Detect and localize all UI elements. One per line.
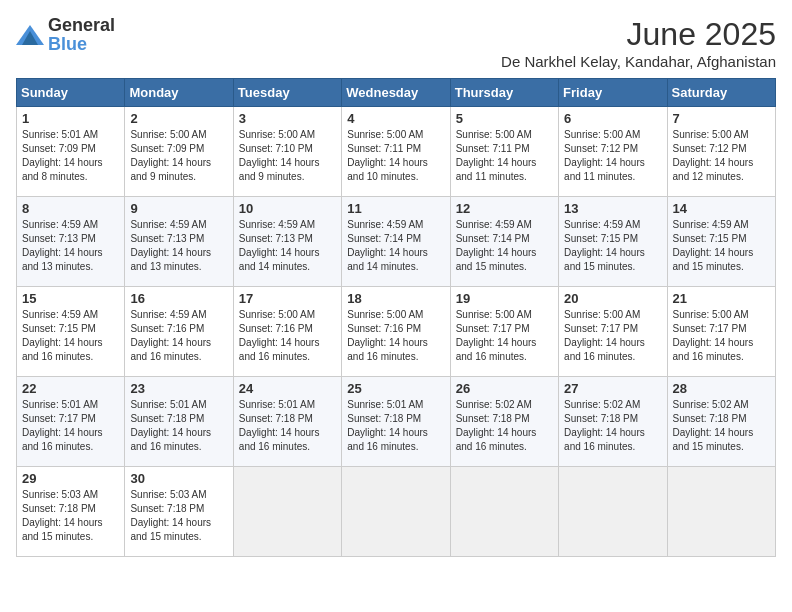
- calendar-cell: 6 Sunrise: 5:00 AMSunset: 7:12 PMDayligh…: [559, 107, 667, 197]
- day-detail: Sunrise: 4:59 AMSunset: 7:15 PMDaylight:…: [673, 219, 754, 272]
- calendar-cell: 12 Sunrise: 4:59 AMSunset: 7:14 PMDaylig…: [450, 197, 558, 287]
- day-number: 19: [456, 291, 553, 306]
- day-detail: Sunrise: 5:01 AMSunset: 7:18 PMDaylight:…: [130, 399, 211, 452]
- header-day-friday: Friday: [559, 79, 667, 107]
- day-number: 22: [22, 381, 119, 396]
- calendar-cell: 24 Sunrise: 5:01 AMSunset: 7:18 PMDaylig…: [233, 377, 341, 467]
- day-detail: Sunrise: 5:00 AMSunset: 7:17 PMDaylight:…: [673, 309, 754, 362]
- day-number: 24: [239, 381, 336, 396]
- day-number: 30: [130, 471, 227, 486]
- calendar-cell: 30 Sunrise: 5:03 AMSunset: 7:18 PMDaylig…: [125, 467, 233, 557]
- calendar-cell: 11 Sunrise: 4:59 AMSunset: 7:14 PMDaylig…: [342, 197, 450, 287]
- day-number: 29: [22, 471, 119, 486]
- day-number: 12: [456, 201, 553, 216]
- header-day-saturday: Saturday: [667, 79, 775, 107]
- calendar-cell: 19 Sunrise: 5:00 AMSunset: 7:17 PMDaylig…: [450, 287, 558, 377]
- day-number: 6: [564, 111, 661, 126]
- day-detail: Sunrise: 5:03 AMSunset: 7:18 PMDaylight:…: [22, 489, 103, 542]
- calendar-cell: 28 Sunrise: 5:02 AMSunset: 7:18 PMDaylig…: [667, 377, 775, 467]
- day-detail: Sunrise: 5:01 AMSunset: 7:18 PMDaylight:…: [347, 399, 428, 452]
- day-number: 10: [239, 201, 336, 216]
- calendar-cell: [233, 467, 341, 557]
- day-detail: Sunrise: 4:59 AMSunset: 7:13 PMDaylight:…: [22, 219, 103, 272]
- header-day-wednesday: Wednesday: [342, 79, 450, 107]
- day-detail: Sunrise: 4:59 AMSunset: 7:13 PMDaylight:…: [239, 219, 320, 272]
- day-detail: Sunrise: 5:01 AMSunset: 7:17 PMDaylight:…: [22, 399, 103, 452]
- calendar-cell: 25 Sunrise: 5:01 AMSunset: 7:18 PMDaylig…: [342, 377, 450, 467]
- logo-blue: Blue: [48, 34, 87, 54]
- logo: General Blue: [16, 16, 115, 54]
- day-number: 23: [130, 381, 227, 396]
- header-day-monday: Monday: [125, 79, 233, 107]
- day-number: 3: [239, 111, 336, 126]
- day-detail: Sunrise: 4:59 AMSunset: 7:13 PMDaylight:…: [130, 219, 211, 272]
- calendar-cell: 27 Sunrise: 5:02 AMSunset: 7:18 PMDaylig…: [559, 377, 667, 467]
- location-title: De Narkhel Kelay, Kandahar, Afghanistan: [501, 53, 776, 70]
- day-detail: Sunrise: 5:00 AMSunset: 7:12 PMDaylight:…: [564, 129, 645, 182]
- calendar-cell: 8 Sunrise: 4:59 AMSunset: 7:13 PMDayligh…: [17, 197, 125, 287]
- calendar-week-row: 22 Sunrise: 5:01 AMSunset: 7:17 PMDaylig…: [17, 377, 776, 467]
- calendar-table: SundayMondayTuesdayWednesdayThursdayFrid…: [16, 78, 776, 557]
- calendar-cell: 29 Sunrise: 5:03 AMSunset: 7:18 PMDaylig…: [17, 467, 125, 557]
- header: General Blue June 2025 De Narkhel Kelay,…: [16, 16, 776, 70]
- day-number: 14: [673, 201, 770, 216]
- day-detail: Sunrise: 5:00 AMSunset: 7:09 PMDaylight:…: [130, 129, 211, 182]
- day-number: 5: [456, 111, 553, 126]
- month-title: June 2025: [501, 16, 776, 53]
- calendar-cell: 13 Sunrise: 4:59 AMSunset: 7:15 PMDaylig…: [559, 197, 667, 287]
- header-day-thursday: Thursday: [450, 79, 558, 107]
- day-detail: Sunrise: 5:00 AMSunset: 7:16 PMDaylight:…: [239, 309, 320, 362]
- day-detail: Sunrise: 4:59 AMSunset: 7:16 PMDaylight:…: [130, 309, 211, 362]
- calendar-cell: 15 Sunrise: 4:59 AMSunset: 7:15 PMDaylig…: [17, 287, 125, 377]
- calendar-cell: [342, 467, 450, 557]
- day-detail: Sunrise: 5:02 AMSunset: 7:18 PMDaylight:…: [456, 399, 537, 452]
- calendar-cell: [559, 467, 667, 557]
- calendar-cell: 9 Sunrise: 4:59 AMSunset: 7:13 PMDayligh…: [125, 197, 233, 287]
- calendar-cell: [450, 467, 558, 557]
- calendar-cell: 5 Sunrise: 5:00 AMSunset: 7:11 PMDayligh…: [450, 107, 558, 197]
- day-number: 9: [130, 201, 227, 216]
- day-number: 1: [22, 111, 119, 126]
- calendar-cell: [667, 467, 775, 557]
- day-detail: Sunrise: 4:59 AMSunset: 7:15 PMDaylight:…: [22, 309, 103, 362]
- day-detail: Sunrise: 5:00 AMSunset: 7:17 PMDaylight:…: [456, 309, 537, 362]
- day-detail: Sunrise: 5:00 AMSunset: 7:12 PMDaylight:…: [673, 129, 754, 182]
- day-number: 26: [456, 381, 553, 396]
- day-detail: Sunrise: 5:03 AMSunset: 7:18 PMDaylight:…: [130, 489, 211, 542]
- day-number: 2: [130, 111, 227, 126]
- day-detail: Sunrise: 5:00 AMSunset: 7:11 PMDaylight:…: [456, 129, 537, 182]
- calendar-week-row: 1 Sunrise: 5:01 AMSunset: 7:09 PMDayligh…: [17, 107, 776, 197]
- calendar-cell: 7 Sunrise: 5:00 AMSunset: 7:12 PMDayligh…: [667, 107, 775, 197]
- day-number: 27: [564, 381, 661, 396]
- day-number: 15: [22, 291, 119, 306]
- calendar-header-row: SundayMondayTuesdayWednesdayThursdayFrid…: [17, 79, 776, 107]
- calendar-cell: 21 Sunrise: 5:00 AMSunset: 7:17 PMDaylig…: [667, 287, 775, 377]
- day-detail: Sunrise: 4:59 AMSunset: 7:14 PMDaylight:…: [456, 219, 537, 272]
- logo-icon: [16, 25, 44, 45]
- day-number: 4: [347, 111, 444, 126]
- day-number: 16: [130, 291, 227, 306]
- day-detail: Sunrise: 5:02 AMSunset: 7:18 PMDaylight:…: [673, 399, 754, 452]
- calendar-cell: 4 Sunrise: 5:00 AMSunset: 7:11 PMDayligh…: [342, 107, 450, 197]
- calendar-cell: 20 Sunrise: 5:00 AMSunset: 7:17 PMDaylig…: [559, 287, 667, 377]
- day-detail: Sunrise: 5:00 AMSunset: 7:11 PMDaylight:…: [347, 129, 428, 182]
- day-detail: Sunrise: 5:00 AMSunset: 7:10 PMDaylight:…: [239, 129, 320, 182]
- day-number: 25: [347, 381, 444, 396]
- day-number: 20: [564, 291, 661, 306]
- calendar-cell: 17 Sunrise: 5:00 AMSunset: 7:16 PMDaylig…: [233, 287, 341, 377]
- day-detail: Sunrise: 5:02 AMSunset: 7:18 PMDaylight:…: [564, 399, 645, 452]
- calendar-cell: 16 Sunrise: 4:59 AMSunset: 7:16 PMDaylig…: [125, 287, 233, 377]
- day-number: 11: [347, 201, 444, 216]
- calendar-cell: 1 Sunrise: 5:01 AMSunset: 7:09 PMDayligh…: [17, 107, 125, 197]
- day-detail: Sunrise: 4:59 AMSunset: 7:15 PMDaylight:…: [564, 219, 645, 272]
- calendar-cell: 2 Sunrise: 5:00 AMSunset: 7:09 PMDayligh…: [125, 107, 233, 197]
- calendar-week-row: 8 Sunrise: 4:59 AMSunset: 7:13 PMDayligh…: [17, 197, 776, 287]
- day-number: 21: [673, 291, 770, 306]
- calendar-cell: 23 Sunrise: 5:01 AMSunset: 7:18 PMDaylig…: [125, 377, 233, 467]
- day-number: 17: [239, 291, 336, 306]
- calendar-cell: 10 Sunrise: 4:59 AMSunset: 7:13 PMDaylig…: [233, 197, 341, 287]
- day-detail: Sunrise: 5:01 AMSunset: 7:09 PMDaylight:…: [22, 129, 103, 182]
- calendar-week-row: 29 Sunrise: 5:03 AMSunset: 7:18 PMDaylig…: [17, 467, 776, 557]
- header-day-sunday: Sunday: [17, 79, 125, 107]
- day-detail: Sunrise: 5:00 AMSunset: 7:17 PMDaylight:…: [564, 309, 645, 362]
